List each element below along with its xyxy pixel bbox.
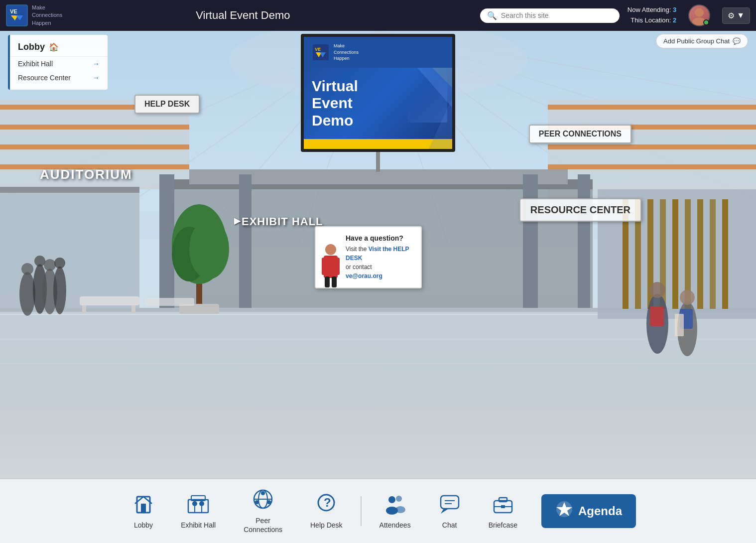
gear-icon: ⚙	[728, 11, 735, 20]
help-desk-sign[interactable]: HELP DESK	[134, 95, 200, 114]
svg-rect-117	[499, 498, 507, 502]
resource-center-link[interactable]: Resource Center →	[10, 71, 108, 85]
svg-point-45	[19, 272, 35, 316]
exhibit-hall-scene-label[interactable]: EXHIBIT HALL	[242, 215, 323, 228]
briefcase-nav-icon	[492, 493, 514, 518]
svg-text:?: ?	[324, 496, 331, 509]
banner-help-desk-link: Visit the HELP DESK	[346, 246, 409, 262]
nav-chat[interactable]: Chat	[425, 489, 475, 534]
avatar-online-indicator	[703, 19, 709, 25]
nav-briefcase[interactable]: Briefcase	[475, 489, 531, 534]
banner-body: Visit the Visit the HELP DESK or contact…	[346, 245, 414, 280]
nav-briefcase-label: Briefcase	[489, 521, 517, 530]
search-input[interactable]	[501, 11, 613, 19]
svg-point-74	[695, 8, 704, 17]
chat-icon: 💬	[733, 37, 741, 45]
agenda-label: Agenda	[578, 504, 622, 518]
nav-peer-connections[interactable]: Peer Connections	[230, 484, 296, 538]
svg-rect-43	[710, 199, 716, 309]
svg-point-95	[199, 501, 204, 506]
svg-rect-14	[0, 144, 189, 149]
svg-rect-17	[548, 105, 756, 110]
svg-rect-40	[672, 199, 678, 309]
nav-lobby[interactable]: Lobby	[120, 489, 167, 534]
auditorium-label[interactable]: AUDITORIUM	[40, 167, 132, 182]
svg-point-104	[255, 500, 259, 504]
bottom-navigation: Lobby Exhibit Hall	[0, 478, 756, 543]
svg-rect-68	[144, 298, 194, 306]
svg-rect-25	[239, 174, 252, 309]
svg-point-52	[54, 258, 65, 269]
lobby-nav-panel: Lobby 🏠 Exhibit Hall → Resource Center →	[8, 35, 108, 90]
lobby-nav-icon	[134, 493, 153, 518]
this-location: This Location: 2	[628, 15, 676, 26]
search-bar[interactable]: 🔍	[480, 8, 620, 23]
svg-point-61	[680, 290, 695, 305]
exhibit-hall-nav-icon	[187, 493, 209, 518]
agenda-button[interactable]: Agenda	[541, 494, 636, 528]
billboard-frame: VE Make Connections Happen Virtual Event…	[301, 34, 455, 152]
svg-rect-27	[523, 174, 538, 309]
nav-peer-connections-label: Peer Connections	[244, 516, 282, 534]
billboard-body: Virtual Event Demo	[304, 68, 452, 139]
settings-button[interactable]: ⚙ ▼	[722, 7, 750, 24]
resource-center-sign[interactable]: RESOURCE CENTER	[519, 198, 641, 222]
resource-center-label: Resource Center	[18, 74, 71, 82]
resource-center-arrow: →	[93, 74, 100, 82]
nav-attendees[interactable]: Attendees	[366, 489, 425, 534]
nav-help-desk[interactable]: ? Help Desk	[296, 489, 357, 534]
nav-exhibit-hall-label: Exhibit Hall	[181, 521, 216, 530]
billboard-logo-box: VE	[312, 43, 330, 61]
nav-chat-label: Chat	[442, 521, 457, 530]
avatar-area[interactable]	[688, 4, 710, 26]
svg-rect-42	[697, 199, 703, 309]
search-icon: 🔍	[487, 11, 497, 20]
svg-rect-112	[441, 496, 459, 509]
peer-connections-nav-icon	[252, 488, 274, 513]
svg-marker-113	[441, 509, 449, 514]
svg-point-56	[189, 219, 229, 279]
svg-rect-34	[0, 187, 139, 193]
exhibit-hall-link[interactable]: Exhibit Hall →	[10, 57, 108, 71]
svg-point-50	[34, 256, 45, 267]
nav-divider-1	[361, 496, 362, 526]
lobby-title-text: Lobby	[18, 42, 45, 52]
svg-rect-93	[188, 500, 208, 513]
svg-rect-67	[131, 305, 135, 313]
svg-rect-62	[650, 306, 664, 326]
exhibit-hall-arrow: →	[93, 60, 100, 68]
svg-rect-26	[578, 174, 590, 309]
lobby-icon: 🏠	[49, 42, 59, 52]
banner-line2: or contact	[346, 264, 372, 271]
svg-rect-65	[80, 296, 139, 305]
banner-line1: Visit the Visit the HELP DESK	[346, 246, 409, 262]
svg-point-59	[649, 282, 665, 298]
svg-point-83	[325, 244, 336, 255]
attendees-nav-icon	[384, 493, 406, 518]
svg-rect-64	[675, 314, 684, 336]
chat-nav-icon	[439, 493, 461, 518]
billboard-title: Virtual Event Demo	[312, 78, 444, 130]
svg-point-103	[261, 491, 265, 495]
help-person-figure	[319, 243, 343, 287]
add-public-chat-button[interactable]: Add Public Group Chat 💬	[656, 34, 748, 48]
center-billboard[interactable]: VE Make Connections Happen Virtual Event…	[301, 34, 455, 172]
svg-rect-13	[0, 125, 189, 130]
svg-rect-87	[325, 276, 330, 287]
svg-point-48	[53, 267, 66, 314]
billboard-pole	[376, 152, 380, 172]
svg-rect-86	[335, 258, 340, 275]
svg-point-49	[21, 263, 33, 275]
nav-exhibit-hall[interactable]: Exhibit Hall	[167, 489, 230, 534]
svg-rect-31	[0, 339, 756, 339]
header: VE Make Connections Happen Virtual Event…	[0, 0, 756, 31]
nav-help-desk-label: Help Desk	[310, 521, 343, 530]
peer-connections-sign[interactable]: PEER CONNECTIONS	[529, 125, 631, 143]
svg-rect-88	[332, 276, 337, 287]
svg-rect-66	[82, 305, 86, 313]
lobby-nav-title: Lobby 🏠	[10, 40, 108, 57]
now-attending: Now Attending: 3	[628, 5, 676, 15]
svg-rect-44	[722, 199, 728, 309]
svg-rect-20	[548, 164, 756, 169]
nav-lobby-label: Lobby	[134, 521, 153, 530]
